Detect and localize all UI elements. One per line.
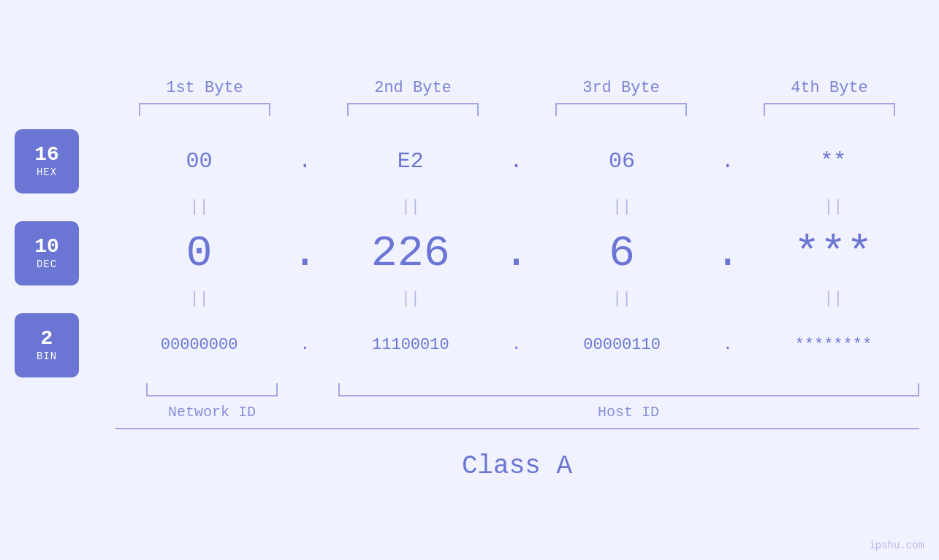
hex-b4: ** (742, 149, 924, 174)
bin-badge-num: 2 (41, 328, 53, 350)
dec-b2: 226 (319, 229, 501, 278)
watermark: ipshu.com (869, 540, 924, 551)
network-id-bracket (146, 383, 278, 396)
class-label: Class A (115, 451, 919, 481)
dec-badge-label: DEC (37, 258, 57, 270)
bin-badge: 2 BIN (15, 313, 79, 377)
hex-b2: E2 (319, 149, 501, 174)
eq1-b2: || (319, 198, 501, 216)
hex-badge-num: 16 (34, 144, 59, 166)
hex-dot2: . (502, 149, 531, 174)
main-container: 1st Byte 2nd Byte 3rd Byte 4th Byte 16 H… (0, 0, 939, 560)
byte3-header: 3rd Byte (532, 79, 711, 97)
host-id-section: Host ID (338, 383, 919, 421)
hex-badge: 16 HEX (15, 129, 79, 193)
hex-dot1: . (290, 149, 319, 174)
network-id-label: Network ID (168, 404, 256, 421)
host-id-label: Host ID (598, 404, 659, 421)
equals-row-1: || || || || (0, 193, 939, 221)
byte2-header: 2nd Byte (324, 79, 503, 97)
top-brackets-row (115, 103, 919, 116)
equals-values-1: || || || || (108, 198, 924, 216)
outer-bottom-line (115, 428, 919, 430)
eq1-b3: || (531, 198, 713, 216)
bracket-top-byte3 (555, 103, 687, 116)
byte4-header: 4th Byte (740, 79, 919, 97)
dec-dot3: . (713, 229, 742, 278)
byte1-header: 1st Byte (115, 79, 294, 97)
equals-values-2: || || || || (108, 290, 924, 308)
hex-b3: 06 (531, 149, 713, 174)
dec-badge: 10 DEC (15, 221, 79, 285)
dec-b1: 0 (108, 229, 290, 278)
bin-dot3: . (713, 336, 742, 354)
bin-badge-label: BIN (37, 350, 57, 362)
dec-b4: *** (742, 229, 924, 278)
eq2-b2: || (319, 290, 501, 308)
eq2-b3: || (531, 290, 713, 308)
bracket-byte3 (532, 103, 711, 116)
network-id-section: Network ID (115, 383, 309, 421)
equals-row-2: || || || || (0, 285, 939, 313)
bracket-byte1 (115, 103, 294, 116)
bin-dot2: . (502, 336, 531, 354)
bin-b4: ******** (742, 336, 924, 354)
eq1-b4: || (742, 198, 924, 216)
dec-row: 10 DEC 0 . 226 . 6 . *** (0, 221, 939, 285)
bin-b3: 00000110 (531, 336, 713, 354)
hex-b1: 00 (108, 149, 290, 174)
eq1-b1: || (108, 198, 290, 216)
bracket-byte4 (740, 103, 919, 116)
bin-b1: 00000000 (108, 336, 290, 354)
hex-values: 00 . E2 . 06 . ** (108, 149, 924, 174)
hex-badge-label: HEX (37, 166, 57, 178)
hex-row: 16 HEX 00 . E2 . 06 . ** (0, 129, 939, 193)
hex-dot3: . (713, 149, 742, 174)
bin-dot1: . (290, 336, 319, 354)
eq2-b4: || (742, 290, 924, 308)
bracket-top-byte4 (764, 103, 895, 116)
dec-b3: 6 (531, 229, 713, 278)
bin-values: 00000000 . 11100010 . 00000110 . *******… (108, 336, 924, 354)
host-id-bracket (338, 383, 919, 396)
bracket-top-byte2 (347, 103, 479, 116)
bottom-section: Network ID Host ID (115, 383, 919, 421)
dec-dot2: . (502, 229, 531, 278)
eq2-b1: || (108, 290, 290, 308)
bin-b2: 11100010 (319, 336, 501, 354)
byte-headers-row: 1st Byte 2nd Byte 3rd Byte 4th Byte (115, 79, 919, 97)
dec-badge-num: 10 (34, 236, 59, 258)
bracket-top-byte1 (139, 103, 270, 116)
bin-row: 2 BIN 00000000 . 11100010 . 00000110 . *… (0, 313, 939, 377)
dec-dot1: . (290, 229, 319, 278)
bracket-byte2 (324, 103, 503, 116)
dec-values: 0 . 226 . 6 . *** (108, 229, 924, 278)
